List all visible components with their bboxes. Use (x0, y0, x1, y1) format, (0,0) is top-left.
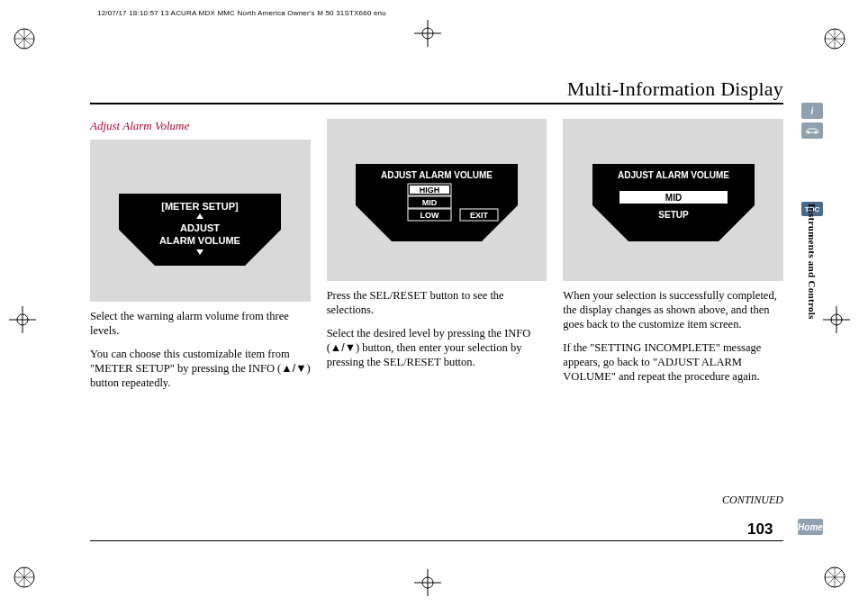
column-2: ADJUST ALARM VOLUME HIGH MID LOW EXIT Pr… (327, 119, 547, 399)
crop-mark-icon (823, 306, 850, 333)
crop-mark-icon (414, 569, 441, 596)
body-text: You can choose this customizable item fr… (90, 347, 311, 390)
info-icon[interactable]: i (801, 103, 823, 119)
svg-text:HIGH: HIGH (420, 186, 440, 195)
crop-mark-icon (414, 20, 441, 47)
print-metadata: 12/07/17 18:10:57 13 ACURA MDX MMC North… (97, 9, 386, 17)
svg-text:[METER SETUP]: [METER SETUP] (162, 201, 240, 212)
up-down-triangle-icon: ▲/▼ (330, 341, 356, 354)
body-text: Select the desired level by pressing the… (327, 326, 547, 369)
body-text: If the "SETTING INCOMPLETE" message appe… (563, 340, 783, 384)
svg-point-32 (808, 131, 810, 134)
registration-mark-icon (13, 27, 36, 50)
footer-rule (90, 540, 783, 541)
body-text: Press the SEL/RESET button to see the se… (327, 288, 547, 317)
body-text: Select the warning alarm volume from thr… (90, 309, 311, 338)
svg-text:EXIT: EXIT (470, 211, 489, 220)
column-1: Adjust Alarm Volume [METER SETUP] ADJUST… (90, 119, 311, 399)
svg-text:ADJUST ALARM VOLUME: ADJUST ALARM VOLUME (381, 170, 493, 180)
svg-text:MID: MID (665, 193, 682, 203)
display-figure-2: ADJUST ALARM VOLUME HIGH MID LOW EXIT (327, 119, 547, 281)
svg-text:LOW: LOW (420, 211, 439, 220)
display-figure-3: ADJUST ALARM VOLUME MID SETUP (563, 119, 783, 281)
registration-mark-icon (823, 566, 846, 589)
registration-mark-icon (13, 566, 36, 589)
svg-text:MID: MID (422, 198, 438, 207)
column-3: ADJUST ALARM VOLUME MID SETUP When your … (563, 119, 783, 399)
crop-mark-icon (9, 306, 36, 333)
display-figure-1: [METER SETUP] ADJUST ALARM VOLUME (90, 140, 311, 302)
registration-mark-icon (823, 27, 846, 50)
up-down-triangle-icon: ▲/▼ (281, 362, 306, 375)
svg-text:SETUP: SETUP (658, 210, 689, 220)
page-title: Multi-Information Display (90, 77, 783, 104)
home-button[interactable]: Home (798, 519, 823, 535)
svg-text:ALARM VOLUME: ALARM VOLUME (159, 235, 240, 246)
car-icon[interactable] (801, 122, 823, 139)
svg-point-33 (815, 131, 818, 134)
svg-text:ADJUST: ADJUST (180, 222, 220, 233)
page-number: 103 (747, 521, 773, 539)
subheading: Adjust Alarm Volume (90, 119, 311, 134)
body-text: When your selection is successfully comp… (563, 288, 783, 331)
continued-label: CONTINUED (722, 494, 783, 616)
svg-text:ADJUST ALARM VOLUME: ADJUST ALARM VOLUME (618, 170, 729, 180)
section-label: Instruments and Controls (807, 204, 818, 320)
